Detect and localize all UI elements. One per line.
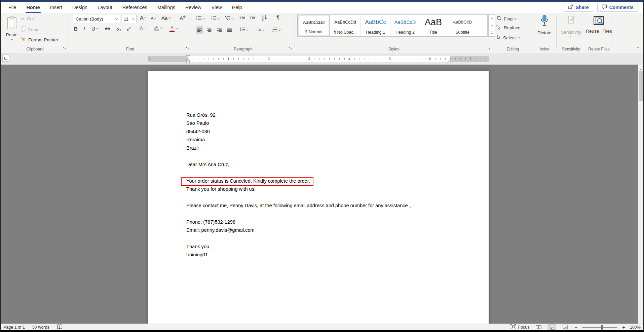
select-chevron[interactable] [517,36,520,38]
replace-button[interactable]: b c Replace [496,25,521,31]
show-formatting-button[interactable]: ¶ [276,15,279,21]
line-spacing-chevron[interactable] [246,28,248,31]
document-text[interactable]: Rua Orós, 92 Sao Paulo 05442-030 Roraima… [148,71,489,259]
tab-references[interactable]: References [117,2,152,13]
font-size-combobox[interactable]: 11 [121,15,137,23]
find-button[interactable]: Find [496,15,516,22]
tab-design[interactable]: Design [67,2,92,13]
align-right-button[interactable] [217,27,222,33]
font-name-combobox[interactable]: Calibri (Body) [73,15,120,23]
copy-button[interactable]: Copy [21,26,38,33]
sensitivity-button[interactable]: Sensitivity [557,15,585,38]
grow-font-button[interactable]: A [140,15,146,21]
zoom-in-button[interactable]: + [622,325,625,330]
increase-indent-button[interactable] [250,15,255,22]
italic-button[interactable]: I [83,26,85,31]
style-no-spacing[interactable]: AaBbCcDd ¶ No Spac... [330,15,361,36]
vertical-scrollbar[interactable] [638,65,643,324]
borders-button[interactable] [272,27,280,33]
email-line: Email: penny.davis@gmail.com [186,226,468,234]
line-spacing-button[interactable] [239,27,248,33]
style-heading-1[interactable]: AaBbCc Heading 1 [361,15,390,36]
strikethrough-button[interactable]: ab [105,26,110,31]
shrink-font-button[interactable]: A [151,16,156,21]
ruler-number: 4 [348,57,351,61]
find-chevron[interactable] [514,17,517,20]
style-subtitle[interactable]: AaBbCcD Subtitle [447,15,478,36]
font-size-chevron[interactable] [132,17,135,20]
select-pointer-icon [496,34,501,41]
format-painter-button[interactable]: Format Painter [21,36,58,43]
tab-file[interactable]: File [3,2,21,13]
zoom-slider-thumb[interactable] [601,325,603,330]
tab-view[interactable]: View [206,2,227,13]
shading-chevron[interactable] [263,28,265,31]
change-case-button[interactable]: Aa [161,15,171,21]
proofing-errors-button[interactable] [57,324,63,330]
clear-formatting-button[interactable]: A [180,15,185,21]
font-name-chevron[interactable] [115,17,118,20]
tab-mailings[interactable]: Mailings [152,2,180,13]
shading-button[interactable] [256,27,265,33]
tab-help[interactable]: Help [227,2,247,13]
underline-button[interactable]: U [91,26,98,31]
bold-button[interactable]: B [74,26,78,31]
cut-button[interactable]: ✂ Cut [21,16,34,21]
bullets-chevron[interactable] [202,17,205,19]
borders-chevron[interactable] [278,29,281,31]
text-effects-button[interactable]: A [139,26,146,31]
sort-button[interactable]: A Z [262,15,267,22]
dictate-button[interactable]: Dictate [533,15,556,35]
style-normal[interactable]: AaBbCcDd ¶ Normal [298,15,330,36]
underline-chevron[interactable] [96,27,99,30]
multilevel-list-button[interactable] [225,15,233,22]
justify-button[interactable] [227,27,232,33]
focus-button[interactable]: Focus [510,324,529,330]
styles-dialog-launcher[interactable] [487,45,491,51]
select-button[interactable]: Select [496,34,520,41]
paste-dropdown-chevron[interactable] [10,38,13,40]
indent-marker-right[interactable] [447,59,452,65]
reuse-files-button[interactable]: ReuseFiles [586,15,611,34]
read-mode-button[interactable] [534,324,543,330]
word-count[interactable]: 50 words [32,325,49,330]
zoom-slider[interactable] [582,327,617,328]
paste-label: Paste [6,32,18,37]
paste-button[interactable]: Paste [4,14,20,46]
numbering-button[interactable]: 123 [211,15,219,22]
style-heading-2[interactable]: AaBbCcD Heading 2 [390,15,420,36]
tab-review[interactable]: Review [180,2,206,13]
align-center-button[interactable] [207,27,212,33]
multilevel-list-chevron[interactable] [231,17,234,19]
collapse-ribbon-button[interactable] [637,44,639,50]
superscript-button[interactable]: x2 [126,26,131,32]
web-layout-button[interactable] [561,324,570,330]
page-count[interactable]: Page 1 of 1 [3,325,25,330]
comments-button[interactable]: Comments [597,3,638,12]
font-color-chevron[interactable] [176,27,178,29]
tab-insert[interactable]: Insert [45,2,67,13]
zoom-level[interactable]: 100% [630,325,641,330]
bullets-button[interactable] [196,15,204,22]
tab-home[interactable]: Home [21,2,45,13]
zoom-out-button[interactable]: − [574,325,577,330]
tab-layout[interactable]: Layout [92,2,117,13]
style-title[interactable]: AaB Title [420,15,447,36]
subscript-button[interactable]: x2 [117,26,121,32]
document-page[interactable]: Rua Orós, 92 Sao Paulo 05442-030 Roraima… [148,71,489,324]
bullets-icon [196,15,201,22]
font-dialog-launcher[interactable] [186,45,189,51]
scrollbar-thumb[interactable] [639,71,643,101]
highlight-chevron[interactable] [160,27,162,29]
align-left-button[interactable] [196,26,203,34]
decrease-indent-button[interactable] [239,15,245,22]
horizontal-ruler[interactable]: 1 1 2 3 4 5 6 7 [148,56,489,62]
highlight-color-button[interactable] [154,26,162,31]
paragraph-dialog-launcher[interactable] [289,45,292,51]
font-color-button[interactable]: A [169,26,178,32]
tab-stop-selector[interactable] [2,54,9,62]
numbering-chevron[interactable] [217,17,220,19]
share-button[interactable]: Share [564,3,593,12]
clipboard-dialog-launcher[interactable] [63,45,66,51]
print-layout-button[interactable] [547,324,556,330]
